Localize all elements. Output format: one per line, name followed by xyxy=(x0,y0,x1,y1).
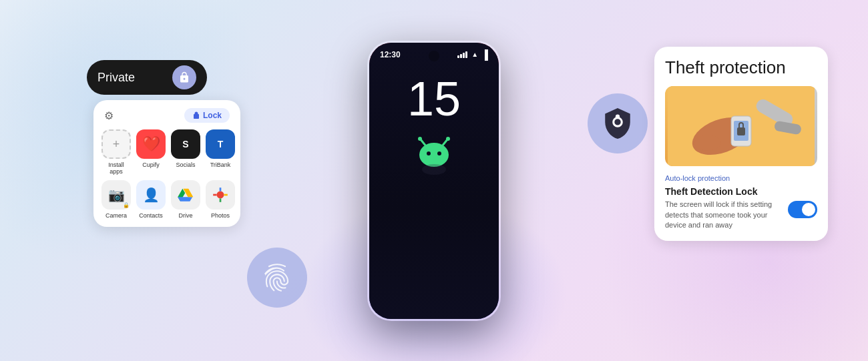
phone-container: 12:30 ▲ ▐ 15 xyxy=(367,41,501,321)
detection-description: The screen will lock if this setting det… xyxy=(665,200,783,230)
left-panel: Private ⚙ Lock + Install apps xyxy=(87,60,240,227)
android-mascot-svg xyxy=(407,136,461,176)
svg-rect-18 xyxy=(737,127,745,135)
svg-line-3 xyxy=(442,139,447,146)
list-item[interactable]: 📷 🔒 Camera xyxy=(101,180,131,219)
phone-display-number: 15 xyxy=(407,75,461,123)
lock-btn-icon xyxy=(192,111,200,119)
phone-camera xyxy=(429,51,439,61)
detection-lock-title: Theft Detection Lock xyxy=(665,186,817,197)
shield-bubble xyxy=(588,93,648,153)
detection-row: The screen will lock if this setting det… xyxy=(665,200,817,230)
theft-protection-panel: Theft protection Auto-lock protection Th… xyxy=(654,47,828,241)
svg-point-13 xyxy=(694,135,721,151)
install-apps-icon: + xyxy=(101,129,131,159)
svg-point-6 xyxy=(427,151,431,155)
svg-line-1 xyxy=(421,139,426,146)
svg-point-10 xyxy=(616,114,620,118)
app-grid-panel: ⚙ Lock + Install apps ❤️ Cupify xyxy=(93,100,240,227)
list-item[interactable]: T TriBank xyxy=(206,129,235,175)
list-item[interactable]: Drive xyxy=(171,180,200,219)
theft-detection-toggle[interactable]: ✓ xyxy=(788,201,817,218)
photos-svg xyxy=(212,186,229,204)
app-name: Drive xyxy=(178,212,192,219)
socials-icon: S xyxy=(171,129,200,159)
settings-gear-icon[interactable]: ⚙ xyxy=(104,109,114,122)
svg-point-7 xyxy=(437,151,441,155)
photos-icon xyxy=(206,180,235,210)
theft-protection-title: Theft protection xyxy=(665,57,817,78)
signal-icon xyxy=(457,51,467,58)
private-lock-icon xyxy=(172,65,196,89)
list-item[interactable]: S Socials xyxy=(171,129,200,175)
svg-point-9 xyxy=(614,118,622,127)
svg-point-2 xyxy=(418,137,422,141)
cupify-icon: ❤️ xyxy=(136,129,166,159)
fingerprint-bubble xyxy=(247,248,307,308)
fingerprint-icon xyxy=(260,261,294,294)
toggle-check-icon: ✓ xyxy=(806,204,814,215)
app-name: Socials xyxy=(176,161,195,168)
lock-svg xyxy=(178,71,190,83)
svg-point-0 xyxy=(218,193,223,198)
private-toggle[interactable]: Private xyxy=(87,60,207,95)
phone-time: 12:30 xyxy=(380,50,401,59)
svg-point-8 xyxy=(422,164,446,175)
phone-screen: 12:30 ▲ ▐ 15 xyxy=(369,43,499,319)
camera-icon: 📷 🔒 xyxy=(101,180,131,210)
auto-lock-label: Auto-lock protection xyxy=(665,174,817,182)
app-name: Cupify xyxy=(142,161,160,168)
private-label: Private xyxy=(97,71,135,85)
app-name: TriBank xyxy=(210,161,231,168)
drive-svg xyxy=(177,186,194,204)
app-name: Install apps xyxy=(101,161,131,175)
tribank-icon: T xyxy=(206,129,235,159)
phone-status-icons: ▲ ▐ xyxy=(457,49,488,60)
list-item[interactable]: ❤️ Cupify xyxy=(136,129,166,175)
app-name: Contacts xyxy=(139,212,163,219)
lock-button[interactable]: Lock xyxy=(184,108,230,123)
app-name: Camera xyxy=(105,212,127,219)
list-item[interactable]: 👤 Contacts xyxy=(136,180,166,219)
svg-point-4 xyxy=(446,137,450,141)
list-item[interactable]: Photos xyxy=(206,180,235,219)
theft-illustration xyxy=(665,86,817,166)
svg-point-5 xyxy=(419,143,449,167)
app-grid: + Install apps ❤️ Cupify S Socials xyxy=(101,129,232,219)
app-name: Photos xyxy=(211,212,230,219)
shield-icon xyxy=(601,107,634,140)
phone: 12:30 ▲ ▐ 15 xyxy=(367,41,501,321)
lock-btn-label: Lock xyxy=(203,111,222,120)
android-mascot xyxy=(407,136,461,176)
app-grid-header: ⚙ Lock xyxy=(101,108,232,123)
contacts-icon: 👤 xyxy=(136,180,166,210)
list-item[interactable]: + Install apps xyxy=(101,129,131,175)
drive-icon xyxy=(171,180,200,210)
theft-protection-image xyxy=(665,86,817,166)
